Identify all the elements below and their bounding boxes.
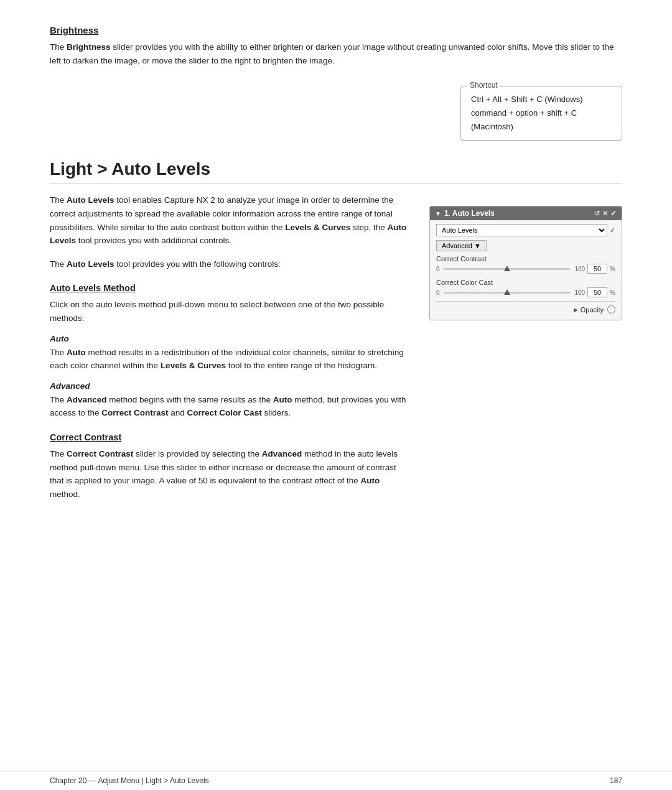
opacity-row: ▶ Opacity bbox=[436, 305, 615, 314]
panel-title: 1. Auto Levels bbox=[444, 209, 495, 218]
panel-body: Auto Levels ✓ Advanced ▼ Correct Contras… bbox=[430, 220, 622, 320]
shortcut-label: Shortcut bbox=[467, 81, 500, 90]
correct-color-cast-value[interactable]: 50 bbox=[587, 287, 607, 297]
panel-divider bbox=[436, 301, 615, 302]
panel-header-left: ▼ 1. Auto Levels bbox=[435, 209, 495, 218]
correct-color-cast-pct: % bbox=[610, 289, 615, 296]
correct-color-cast-slider-label: Correct Color Cast bbox=[436, 279, 615, 286]
auto-levels-method-heading: Auto Levels Method bbox=[50, 283, 411, 293]
footer-page: 187 bbox=[610, 776, 622, 785]
advanced-subheading: Advanced bbox=[50, 381, 411, 391]
footer-chapter: Chapter 20 — Adjust Menu | Light > Auto … bbox=[50, 776, 610, 785]
auto-levels-dropdown[interactable]: Auto Levels bbox=[436, 224, 607, 236]
page-footer: Chapter 20 — Adjust Menu | Light > Auto … bbox=[0, 771, 672, 790]
correct-color-cast-track[interactable] bbox=[444, 287, 570, 297]
correct-contrast-track[interactable] bbox=[444, 264, 570, 274]
shortcut-area: Shortcut Ctrl + Alt + Shift + C (Windows… bbox=[50, 86, 622, 141]
shortcut-text: Ctrl + Alt + Shift + C (Windows) command… bbox=[471, 93, 612, 134]
correct-contrast-description: The Correct Contrast slider is provided … bbox=[50, 447, 411, 501]
advanced-button[interactable]: Advanced ▼ bbox=[436, 240, 487, 251]
correct-color-cast-min: 0 bbox=[436, 289, 441, 296]
dropdown-check: ✓ bbox=[610, 226, 615, 235]
advanced-btn-row: Advanced ▼ bbox=[436, 240, 615, 251]
correct-contrast-slider-label: Correct Contrast bbox=[436, 255, 615, 263]
auto-levels-intro2: The Auto Levels tool provides you with t… bbox=[50, 258, 411, 271]
correct-contrast-slider-row: 0 100 50 % bbox=[436, 264, 615, 274]
brightness-section: Brightness The Brightness slider provide… bbox=[50, 25, 622, 67]
advanced-description: The Advanced method begins with the same… bbox=[50, 393, 411, 420]
left-column: The Auto Levels tool enables Capture NX … bbox=[50, 193, 411, 501]
main-section-title: Light > Auto Levels bbox=[50, 159, 622, 184]
advanced-btn-arrow: ▼ bbox=[474, 242, 481, 249]
auto-subheading: Auto bbox=[50, 334, 411, 343]
shortcut-box: Shortcut Ctrl + Alt + Shift + C (Windows… bbox=[460, 86, 622, 141]
opacity-triangle-icon[interactable]: ▶ bbox=[574, 307, 578, 313]
correct-contrast-heading: Correct Contrast bbox=[50, 432, 411, 442]
advanced-btn-label: Advanced bbox=[442, 242, 472, 249]
correct-contrast-max: 100 bbox=[572, 266, 585, 272]
two-col-layout: The Auto Levels tool enables Capture NX … bbox=[50, 193, 622, 501]
correct-color-cast-slider-section: Correct Color Cast 0 100 50 % bbox=[436, 279, 615, 297]
panel-check-icon[interactable]: ✓ bbox=[610, 209, 617, 218]
panel-reset-icon[interactable]: ↺ bbox=[594, 210, 600, 218]
auto-levels-method-description: Click on the auto levels method pull-dow… bbox=[50, 298, 411, 325]
panel-dropdown-row: Auto Levels ✓ bbox=[436, 224, 615, 236]
correct-color-cast-slider-row: 0 100 50 % bbox=[436, 287, 615, 297]
opacity-label: Opacity bbox=[581, 306, 604, 314]
correct-contrast-value[interactable]: 50 bbox=[587, 264, 607, 274]
correct-contrast-min: 0 bbox=[436, 266, 441, 272]
brightness-description: The Brightness slider provides you with … bbox=[50, 40, 622, 67]
auto-levels-panel: ▼ 1. Auto Levels ↺ ✕ ✓ Auto Levels bbox=[429, 206, 622, 320]
correct-contrast-slider-section: Correct Contrast 0 100 50 % bbox=[436, 255, 615, 274]
right-column: ▼ 1. Auto Levels ↺ ✕ ✓ Auto Levels bbox=[429, 193, 622, 501]
auto-description: The Auto method results in a redistribut… bbox=[50, 346, 411, 373]
brightness-heading: Brightness bbox=[50, 25, 622, 35]
opacity-radio[interactable] bbox=[607, 305, 615, 314]
panel-close-icon[interactable]: ✕ bbox=[602, 210, 608, 218]
panel-header-icons: ↺ ✕ ✓ bbox=[594, 209, 617, 218]
panel-collapse-icon[interactable]: ▼ bbox=[435, 210, 441, 217]
auto-levels-intro: The Auto Levels tool enables Capture NX … bbox=[50, 193, 411, 247]
correct-color-cast-max: 100 bbox=[572, 289, 585, 296]
panel-header: ▼ 1. Auto Levels ↺ ✕ ✓ bbox=[430, 207, 622, 220]
correct-contrast-pct: % bbox=[610, 266, 615, 272]
